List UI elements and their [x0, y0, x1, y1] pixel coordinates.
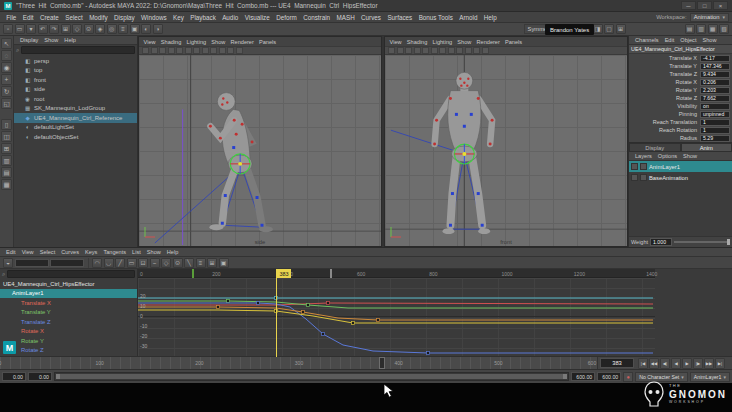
graph-channel-row[interactable]: Translate X: [0, 298, 137, 308]
graph-editor-menu-item[interactable]: View: [19, 249, 37, 255]
move-tool-icon[interactable]: +: [1, 74, 12, 85]
keyframe[interactable]: [322, 333, 325, 336]
viewport-menu-item[interactable]: Show: [209, 39, 228, 45]
channel-row[interactable]: Rotate X 0.206: [629, 78, 732, 86]
keyframe[interactable]: [377, 319, 380, 322]
character-set-selector[interactable]: No Character Set: [635, 372, 688, 382]
animation-start-field[interactable]: 0.00: [2, 372, 26, 381]
menu-item[interactable]: MASH: [333, 14, 358, 21]
graph-channel-row[interactable]: Rotate Z: [0, 346, 137, 356]
outliner-item[interactable]: ▦ SK_Mannequin_LodGroup: [14, 104, 137, 114]
viewport-menu-item[interactable]: Panels: [256, 39, 278, 45]
graph-channel-row[interactable]: Rotate Y: [0, 336, 137, 346]
keyframe[interactable]: [307, 304, 310, 307]
layer-editor-menu-item[interactable]: Layers: [632, 153, 655, 159]
workspace-selector[interactable]: Animation: [690, 13, 729, 22]
plateau-tangent-icon[interactable]: ~: [150, 258, 160, 268]
menu-item[interactable]: Playback: [187, 14, 219, 21]
playback-start-field[interactable]: 0.00: [28, 372, 52, 381]
graph-editor-menu-item[interactable]: Edit: [3, 249, 19, 255]
isolate-select-icon[interactable]: [431, 47, 438, 54]
rotate-tool-icon[interactable]: ↻: [1, 86, 12, 97]
channel-box-menu-item[interactable]: Channels: [632, 37, 662, 43]
graph-editor-menu-item[interactable]: Keys: [82, 249, 100, 255]
graph-channel-row[interactable]: Rotate X: [0, 327, 137, 337]
layer-mute-icon[interactable]: [631, 174, 638, 181]
clamped-tangent-icon[interactable]: ◡: [104, 258, 114, 268]
anim-layer-row[interactable]: BaseAnimation: [629, 172, 732, 183]
go-to-end-button[interactable]: ▶|: [715, 358, 725, 369]
graph-channel-row[interactable]: AnimLayer1: [0, 289, 137, 299]
bookmark-icon[interactable]: [159, 47, 166, 54]
keyframe[interactable]: [327, 302, 330, 305]
select-tool-icon[interactable]: ↖: [1, 38, 12, 49]
channel-value-field[interactable]: 7.662: [700, 95, 730, 102]
graph-editor-menu-item[interactable]: Tangents: [100, 249, 129, 255]
layout-outliner-persp-icon[interactable]: ▥: [1, 155, 12, 166]
lighting-icon[interactable]: [219, 47, 226, 54]
snap-point-icon[interactable]: ⊙: [84, 24, 94, 34]
channel-row[interactable]: Reach Translation 1: [629, 118, 732, 126]
selected-node-name[interactable]: UE4_Mannequin_Ctrl_HipsEffector: [629, 45, 732, 54]
layout-two-side-icon[interactable]: ◫: [1, 131, 12, 142]
hips-effector-gizmo[interactable]: [230, 154, 250, 174]
lighting-icon[interactable]: [465, 47, 472, 54]
save-scene-icon[interactable]: ▾: [26, 24, 36, 34]
viewport-menu-item[interactable]: Panels: [502, 39, 524, 45]
menu-item[interactable]: Bonus Tools: [415, 14, 456, 21]
swap-buffer-icon[interactable]: ⊙: [173, 258, 183, 268]
range-start-handle[interactable]: [56, 374, 60, 379]
current-time-line[interactable]: [276, 269, 277, 357]
layout-hypershade-icon[interactable]: ▦: [1, 179, 12, 190]
frame-playback-icon[interactable]: ▣: [219, 258, 229, 268]
menu-item[interactable]: Audio: [219, 14, 241, 21]
set-key-button[interactable]: ●: [623, 372, 633, 382]
lock-camera-icon[interactable]: [142, 47, 149, 54]
linear-tangent-icon[interactable]: ╱: [115, 258, 125, 268]
viewport-menu-item[interactable]: Shading: [158, 39, 184, 45]
viewport-menu-item[interactable]: Renderer: [228, 39, 257, 45]
anim-curve-rotate-x[interactable]: [138, 307, 653, 320]
channel-value-field[interactable]: unpinned: [700, 111, 730, 118]
snap-curve-icon[interactable]: ◇: [72, 24, 82, 34]
ruler-marker[interactable]: [330, 269, 332, 278]
textured-icon[interactable]: [210, 47, 217, 54]
animation-end-field[interactable]: 600.00: [597, 372, 621, 381]
channel-row[interactable]: Translate X -4.17: [629, 54, 732, 62]
layer-editor-menu-item[interactable]: Options: [655, 153, 680, 159]
channel-box-menu-item[interactable]: Edit: [662, 37, 678, 43]
viewport-menu-item[interactable]: Show: [455, 39, 474, 45]
layer-solo-icon[interactable]: [640, 163, 647, 170]
hips-effector-gizmo[interactable]: [454, 144, 474, 164]
ao-icon[interactable]: [482, 47, 489, 54]
outliner-item[interactable]: ◧ side: [14, 85, 137, 95]
new-scene-icon[interactable]: ▫: [3, 24, 13, 34]
channel-value-field[interactable]: 2.203: [700, 87, 730, 94]
layer-editor-menu-item[interactable]: Show: [680, 153, 700, 159]
current-frame-field[interactable]: 383: [600, 358, 634, 368]
render-frame-icon[interactable]: ◐: [141, 24, 151, 34]
ipr-render-icon[interactable]: ◑: [153, 24, 163, 34]
isolate-select-icon[interactable]: [185, 47, 192, 54]
channel-row[interactable]: Reach Rotation 1: [629, 126, 732, 134]
menu-item[interactable]: Edit: [20, 14, 37, 21]
outliner-toggle-icon[interactable]: ▤: [685, 24, 695, 34]
lasso-tool-icon[interactable]: ◌: [1, 50, 12, 61]
channel-row[interactable]: Translate Y 147.346: [629, 62, 732, 70]
window-control-button[interactable]: ×: [713, 1, 728, 10]
camera-attributes-icon[interactable]: [397, 47, 404, 54]
ruler-marker[interactable]: [192, 269, 194, 278]
wireframe-icon[interactable]: [193, 47, 200, 54]
layer-solo-icon[interactable]: [640, 174, 647, 181]
menu-item[interactable]: Help: [481, 14, 500, 21]
window-control-button[interactable]: ─: [681, 1, 696, 10]
lock-channel-icon[interactable]: ◒: [3, 258, 13, 268]
layer-editor-tab[interactable]: Anim: [681, 143, 732, 152]
keyframe[interactable]: [257, 302, 260, 305]
outliner-item[interactable]: ◧ top: [14, 66, 137, 76]
unify-tangent-icon[interactable]: ≡: [196, 258, 206, 268]
lock-camera-icon[interactable]: [388, 47, 395, 54]
outliner-menu-item[interactable]: Help: [61, 37, 79, 43]
menu-item[interactable]: Arnold: [456, 14, 481, 21]
channel-row[interactable]: Visibility on: [629, 102, 732, 110]
